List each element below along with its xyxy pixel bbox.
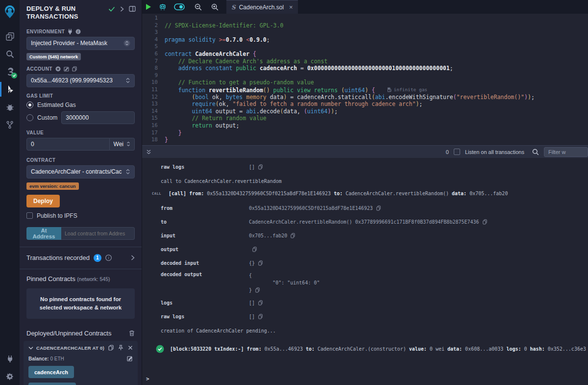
tab-cadencearch-sol[interactable]: S CadenceArch.sol ×: [226, 0, 298, 14]
panel-chevron-right-icon[interactable]: [120, 6, 124, 12]
transactions-recorded-row[interactable]: Transactions recorded 1 i: [20, 247, 142, 269]
terminal-kv-row: from0x55a1320D432759960C5Df0215a8dF78e1E…: [142, 201, 588, 215]
account-select[interactable]: 0x55a...46923 (999.999945323: [26, 74, 135, 87]
terminal-collapse-icon[interactable]: [146, 149, 151, 155]
plugin-manager-icon[interactable]: [0, 350, 20, 367]
code-line: 1: [142, 15, 588, 22]
terminal[interactable]: raw logs[]call to CadenceArchCaler.rever…: [142, 158, 588, 385]
deployed-buttons: cadenceArchrevertibleRa...: [28, 366, 133, 385]
listen-all-label: Listen on all transactions: [465, 149, 524, 155]
pinned-contracts-title: Pinned Contracts (network: 545): [20, 269, 142, 282]
svg-text:i: i: [108, 256, 109, 260]
git-icon[interactable]: [0, 116, 20, 133]
terminal-prompt[interactable]: >: [146, 376, 149, 382]
code-editor[interactable]: 12// SPDX-License-Identifier: GPL-3.034p…: [142, 14, 588, 145]
copilot-toggle-icon[interactable]: [172, 0, 186, 14]
edit-balance-icon[interactable]: [127, 356, 133, 361]
contract-value: CadenceArchCaler - contracts/Cac: [31, 168, 122, 175]
plug-icon: [68, 29, 73, 34]
contract-function-button[interactable]: cadenceArch: [28, 366, 74, 378]
zoom-out-icon[interactable]: [191, 0, 205, 14]
value-input[interactable]: [26, 138, 110, 151]
code-line: 9: [142, 72, 588, 79]
code-line: 8 address constant public cadenceArch = …: [142, 65, 588, 72]
terminal-kv-row: input0x705...fab20: [142, 229, 588, 242]
ai-assistant-icon[interactable]: [156, 0, 170, 14]
line-number: 8: [142, 65, 165, 72]
trash-icon[interactable]: [129, 330, 135, 336]
zoom-in-icon[interactable]: [208, 0, 221, 14]
value-unit: Wei: [114, 141, 123, 148]
plugin-icon-bar: [0, 0, 20, 385]
at-address-button[interactable]: At Address: [26, 227, 61, 240]
code-line: 16 return output;: [142, 122, 588, 129]
contract-select[interactable]: CadenceArchCaler - contracts/Cac: [26, 165, 135, 179]
deploy-button[interactable]: Deploy: [26, 195, 60, 207]
terminal-message: creation of CadenceArchCaler pending...: [142, 328, 588, 334]
publish-ipfs-checkbox[interactable]: [26, 212, 33, 219]
add-account-icon[interactable]: [55, 66, 61, 72]
sign-message-icon[interactable]: [64, 66, 69, 72]
estimated-gas-radio[interactable]: [26, 102, 33, 108]
deploy-run-icon[interactable]: [0, 80, 20, 98]
terminal-kv-row: raw logs[]: [142, 160, 588, 174]
line-number: 3: [142, 29, 165, 36]
transactions-expand-icon[interactable]: [131, 255, 135, 260]
custom-gas-radio[interactable]: [26, 114, 33, 121]
file-explorer-icon[interactable]: [0, 27, 20, 45]
transactions-count-badge: 1: [94, 254, 101, 262]
line-number: 16: [142, 122, 165, 129]
settings-gear-icon[interactable]: [0, 367, 20, 385]
pinned-empty-message: No pinned contracts found for selected w…: [26, 288, 135, 319]
line-number: 7: [142, 58, 165, 65]
transactions-recorded-label: Transactions recorded: [26, 254, 90, 261]
deployed-contract-name[interactable]: CADENCEARCHCALER AT 0): [36, 345, 105, 351]
code-line: 15 // Return random value: [142, 115, 588, 122]
code-line: 6contract CadenceArchCaler {: [142, 51, 588, 58]
search-icon[interactable]: [0, 45, 20, 63]
line-number: 1: [142, 15, 165, 22]
remix-logo-icon[interactable]: [0, 3, 20, 21]
account-label: ACCOUNT: [26, 66, 52, 72]
debugger-icon[interactable]: [0, 98, 20, 116]
main-area: S CadenceArch.sol × 12// SPDX-License-Id…: [142, 0, 588, 385]
listen-all-checkbox[interactable]: [454, 149, 460, 155]
terminal-search-icon[interactable]: [532, 149, 539, 155]
editor-lines: 12// SPDX-License-Identifier: GPL-3.034p…: [142, 15, 588, 144]
deployed-contracts-title: Deployed/Unpinned Contracts: [26, 330, 111, 337]
line-number: 17: [142, 129, 165, 137]
at-address-input[interactable]: [61, 227, 135, 240]
code-line: 12 (bool ok, bytes memory data) = cadenc…: [142, 94, 588, 101]
environment-label: ENVIRONMENT: [26, 29, 65, 34]
code-line: 11 function revertibleRandom() public vi…: [142, 86, 588, 94]
line-number: 2: [142, 22, 165, 29]
tab-close-icon[interactable]: ×: [289, 3, 293, 11]
code-line: 3: [142, 29, 588, 36]
value-unit-select[interactable]: Wei: [110, 138, 135, 151]
environment-select[interactable]: Injected Provider - MetaMask: [26, 37, 135, 50]
copy-address-icon[interactable]: [108, 345, 114, 351]
code-line: 14 uint64 output = abi.decode(data, (uin…: [142, 108, 588, 115]
solidity-compiler-icon[interactable]: [0, 63, 20, 80]
evm-version-badge: evm version: cancun: [26, 182, 79, 190]
contract-stepper-icon: [125, 169, 130, 175]
info-icon[interactable]: i: [75, 29, 81, 34]
pin-icon[interactable]: [118, 345, 123, 351]
copy-account-icon[interactable]: [72, 66, 77, 72]
panel-split-view-icon[interactable]: [129, 6, 136, 12]
remove-contract-icon[interactable]: [128, 345, 133, 350]
terminal-kv-row: raw logs[]: [142, 309, 588, 323]
transactions-info-icon[interactable]: i: [105, 255, 112, 261]
code-line: 18}: [142, 136, 588, 144]
custom-gas-input[interactable]: [61, 111, 135, 124]
run-script-icon[interactable]: [146, 4, 151, 10]
code-line: 7 // Declare Cadence Arch's address as a…: [142, 58, 588, 65]
contract-function-button[interactable]: revertibleRa...: [28, 383, 76, 385]
environment-value: Injected Provider - MetaMask: [31, 40, 107, 47]
publish-ipfs-label: Publish to IPFS: [37, 212, 77, 219]
balance-text: Balance: 0 ETH: [28, 356, 64, 361]
line-number: 14: [142, 108, 165, 115]
terminal-rows: raw logs[]call to CadenceArchCaler.rever…: [142, 160, 588, 353]
card-chevron-down-icon[interactable]: [28, 346, 33, 350]
terminal-filter-input[interactable]: [544, 147, 588, 157]
